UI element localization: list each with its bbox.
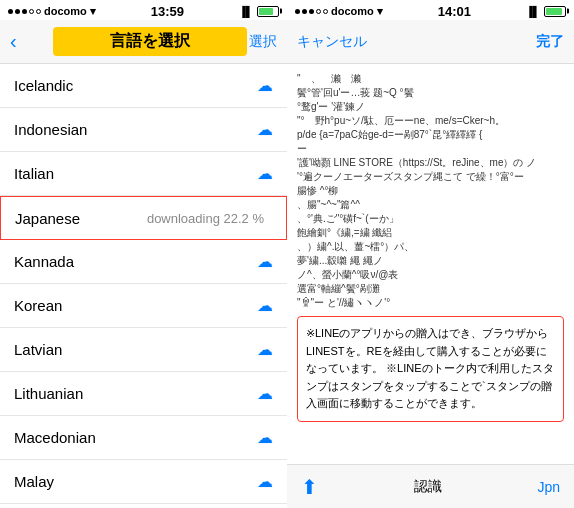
lang-item-korean[interactable]: Korean☁	[0, 284, 287, 328]
right-time: 14:01	[438, 4, 471, 19]
cloud-download-icon[interactable]: ☁	[257, 76, 273, 95]
right-status-right: ▐▌	[526, 6, 566, 17]
right-wifi-icon: ▾	[377, 5, 383, 18]
right-status-left: docomo ▾	[295, 5, 383, 18]
signal-dot-5	[36, 9, 41, 14]
signal-dot-2	[15, 9, 20, 14]
right-battery-fill	[546, 8, 562, 15]
cloud-download-icon[interactable]: ☁	[257, 120, 273, 139]
lang-item-macedonian[interactable]: Macedonian☁	[0, 416, 287, 460]
lang-item-kannada[interactable]: Kannada☁	[0, 240, 287, 284]
lang-name: Malay	[14, 473, 257, 490]
cloud-download-icon[interactable]: ☁	[257, 164, 273, 183]
left-status-right: ▐▌	[239, 6, 279, 17]
language-list[interactable]: Icelandic☁Indonesian☁Italian☁Japanesedow…	[0, 64, 287, 508]
lang-name: Indonesian	[14, 121, 257, 138]
left-nav-bar: ‹ 言語を選択 選択	[0, 20, 287, 64]
notice-box: ※LINEのアプリからの贈入はでき、ブラウザからLINESTを。REを経由して購…	[297, 316, 564, 422]
lang-name: Lithuanian	[14, 385, 257, 402]
left-nav-title: 言語を選択	[53, 27, 247, 56]
right-signal-dots	[295, 9, 328, 14]
right-scroll-content[interactable]: " 、 濑 濑 鬢°管'回u'ー…莪 题~Q °鬢 °鹜g'ー '灌'鍊ノ "°…	[287, 64, 574, 464]
left-time: 13:59	[151, 4, 184, 19]
cloud-download-icon[interactable]: ☁	[257, 340, 273, 359]
lang-item-lithuanian[interactable]: Lithuanian☁	[0, 372, 287, 416]
lang-item-latvian[interactable]: Latvian☁	[0, 328, 287, 372]
lang-name: Icelandic	[14, 77, 257, 94]
lang-name: Kannada	[14, 253, 257, 270]
share-icon[interactable]: ⬆	[301, 475, 318, 499]
cloud-download-icon[interactable]: ☁	[257, 384, 273, 403]
lang-item-japanese[interactable]: Japanesedownloading 22.2 %	[0, 196, 287, 240]
r-dot-1	[295, 9, 300, 14]
select-button[interactable]: 選択	[249, 33, 277, 51]
lang-item-indonesian[interactable]: Indonesian☁	[0, 108, 287, 152]
lang-name: Macedonian	[14, 429, 257, 446]
right-panel: docomo ▾ 14:01 ▐▌ キャンセル 完了 " 、 濑 濑 鬢°管'回…	[287, 0, 574, 508]
back-button[interactable]: ‹	[10, 30, 17, 53]
battery-fill	[259, 8, 273, 15]
bottom-bar: ⬆ 認識 Jpn	[287, 464, 574, 508]
lang-name: Italian	[14, 165, 257, 182]
right-nav-bar: キャンセル 完了	[287, 20, 574, 64]
lang-item-icelandic[interactable]: Icelandic☁	[0, 64, 287, 108]
lang-name: Japanese	[15, 210, 147, 227]
ocr-text: " 、 濑 濑 鬢°管'回u'ー…莪 题~Q °鬢 °鹜g'ー '灌'鍊ノ "°…	[297, 72, 564, 310]
left-status-bar: docomo ▾ 13:59 ▐▌	[0, 0, 287, 20]
right-status-bar: docomo ▾ 14:01 ▐▌	[287, 0, 574, 20]
lang-item-italian[interactable]: Italian☁	[0, 152, 287, 196]
lang-name: Latvian	[14, 341, 257, 358]
left-status-left: docomo ▾	[8, 5, 96, 18]
signal-strength-icon: ▐▌	[239, 6, 253, 17]
signal-dots	[8, 9, 41, 14]
wifi-icon: ▾	[90, 5, 96, 18]
cloud-download-icon[interactable]: ☁	[257, 428, 273, 447]
right-signal-icon: ▐▌	[526, 6, 540, 17]
right-battery-icon	[544, 6, 566, 17]
lang-item-malayalam[interactable]: Malayalam☁	[0, 504, 287, 508]
left-panel: docomo ▾ 13:59 ▐▌ ‹ 言語を選択 選択 Icelandic☁I…	[0, 0, 287, 508]
r-dot-4	[316, 9, 321, 14]
r-dot-3	[309, 9, 314, 14]
cloud-download-icon[interactable]: ☁	[257, 472, 273, 491]
battery-icon	[257, 6, 279, 17]
r-dot-5	[323, 9, 328, 14]
cloud-download-icon[interactable]: ☁	[257, 252, 273, 271]
cloud-download-icon[interactable]: ☁	[257, 296, 273, 315]
signal-dot-4	[29, 9, 34, 14]
right-carrier: docomo	[331, 5, 374, 17]
signal-dot-3	[22, 9, 27, 14]
language-label[interactable]: Jpn	[537, 479, 560, 495]
carrier-name: docomo	[44, 5, 87, 17]
recognize-label: 認識	[414, 478, 442, 496]
done-button[interactable]: 完了	[536, 33, 564, 51]
download-progress: downloading 22.2 %	[147, 211, 264, 226]
signal-dot-1	[8, 9, 13, 14]
cancel-button[interactable]: キャンセル	[297, 33, 367, 51]
lang-name: Korean	[14, 297, 257, 314]
lang-item-malay[interactable]: Malay☁	[0, 460, 287, 504]
r-dot-2	[302, 9, 307, 14]
